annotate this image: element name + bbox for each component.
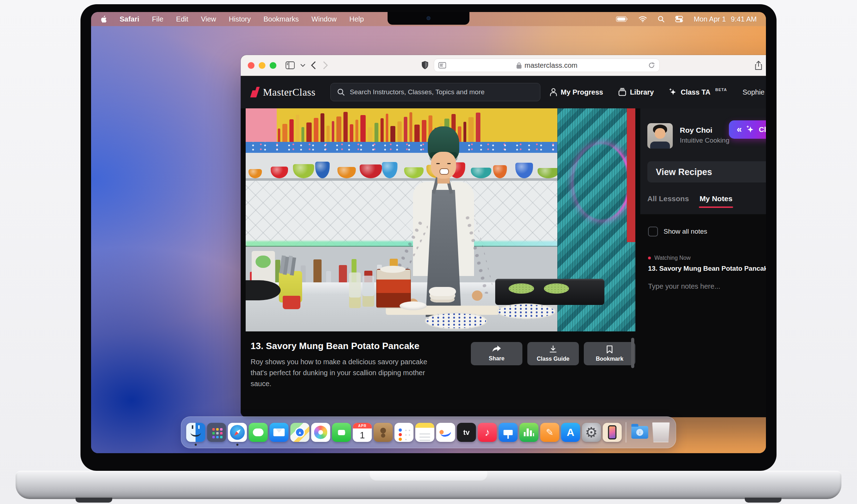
sidebar-icon[interactable] [286,61,295,69]
notes-input[interactable]: Type your notes here... [648,282,766,290]
current-lesson-title: 13. Savory Mung Bean Potato Pancake [648,265,766,272]
back-icon[interactable] [311,61,316,69]
person-icon [550,88,557,96]
class-ta-card: Roy Choi Intuitive Cooking « Class TA [640,108,766,214]
dock-separator [626,422,627,443]
settings-dock-icon[interactable]: ⚙ [582,423,601,442]
battery-icon [616,16,628,22]
calendar-dock-icon[interactable]: APR1 [353,423,372,442]
close-window-button[interactable] [248,62,254,69]
bookmark-icon [606,345,613,354]
sparkle-icon [745,125,755,134]
running-indicator [195,444,197,446]
bookmark-button[interactable]: Bookmark [584,342,635,365]
content-scrollbar[interactable] [631,338,634,368]
menu-item-safari[interactable]: Safari [120,15,139,23]
mail-dock-icon[interactable] [270,423,289,442]
appstore-dock-icon[interactable]: A [561,423,580,442]
zoom-window-button[interactable] [270,62,276,69]
nav-class-ta[interactable]: Class TABETA [669,88,727,96]
freeform-dock-icon[interactable] [436,423,455,442]
reload-icon[interactable] [648,62,655,69]
menu-item-file[interactable]: File [152,15,163,23]
instructor-avatar [647,123,673,149]
forward-icon[interactable] [323,61,328,69]
menu-item-view[interactable]: View [201,15,216,23]
collapse-icon: « [737,125,741,134]
address-bar[interactable]: masterclass.com [434,59,660,72]
account-menu[interactable]: Sophie [743,85,766,100]
numbers-dock-icon[interactable] [520,423,539,442]
share-button[interactable]: Share [471,342,522,365]
class-ta-button[interactable]: « Class TA [729,120,766,139]
watching-now-label: Watching Now [654,255,691,261]
trash-dock-icon[interactable] [651,422,671,442]
music-dock-icon[interactable]: ♪ [478,423,497,442]
keynote-dock-icon[interactable] [499,423,518,442]
beta-badge: BETA [715,88,727,92]
lesson-description: Roy shows you how to make a delicious sa… [251,356,434,389]
apple-menu-icon[interactable] [100,15,107,23]
wifi-icon[interactable] [639,16,647,22]
camera-notch [388,12,469,25]
safari-dock-icon[interactable] [228,423,247,442]
dock: ▲APR1tv♪✎A⚙↓ [181,416,676,448]
macbook-foot [76,498,112,503]
lock-icon [516,62,522,69]
class-guide-button[interactable]: Class Guide [527,342,579,365]
menu-item-window[interactable]: Window [312,15,337,23]
sidebar-chevron-icon[interactable] [300,64,305,67]
iphone-dock-icon[interactable] [603,423,622,442]
instructor-row[interactable]: Roy Choi Intuitive Cooking [647,123,729,149]
show-all-notes-checkbox[interactable] [648,227,658,236]
menu-item-history[interactable]: History [229,15,251,23]
messages-dock-icon[interactable] [249,423,268,442]
contacts-dock-icon[interactable] [374,423,393,442]
instructor-name: Roy Choi [680,126,729,134]
desktop-background: SafariFileEditViewHistoryBookmarksWindow… [0,0,857,504]
masterclass-header: MasterClass Search Instructors, Classes,… [241,76,766,108]
menu-item-bookmarks[interactable]: Bookmarks [264,15,299,23]
show-all-notes-label: Show all notes [664,228,707,235]
search-icon [337,88,345,96]
brand-wordmark: MasterClass [263,86,316,98]
active-tab-underline [699,206,733,208]
safari-toolbar: masterclass.com [241,55,766,76]
view-recipes-button[interactable]: View Recipes → [647,161,766,182]
reminders-dock-icon[interactable] [395,423,414,442]
masterclass-logo-icon [251,87,258,97]
pages-dock-icon[interactable]: ✎ [540,423,559,442]
finder-dock-icon[interactable] [186,423,205,442]
panel-tabs: All Lessons My Notes [647,194,732,203]
download-icon [549,345,557,354]
nav-my-progress[interactable]: My Progress [550,88,603,96]
lesson-video-player[interactable] [246,108,635,331]
downloads-dock-icon[interactable]: ↓ [630,423,649,442]
share-icon[interactable] [755,61,762,70]
tab-all-lessons[interactable]: All Lessons [647,194,689,203]
facetime-dock-icon[interactable] [332,423,351,442]
sparkle-icon [669,88,677,96]
photos-dock-icon[interactable] [311,423,330,442]
minimize-window-button[interactable] [259,62,265,69]
lid-lift-notch [369,471,488,481]
masterclass-logo[interactable]: MasterClass [251,86,316,98]
maps-dock-icon[interactable]: ▲ [290,423,310,442]
page-content: Roy Choi Intuitive Cooking « Class TA [241,108,766,417]
notes-dock-icon[interactable] [415,423,435,442]
nav-library[interactable]: Library [618,88,654,96]
search-input[interactable]: Search Instructors, Classes, Topics and … [330,83,540,101]
watching-now-dot [648,257,651,259]
macbook-foot [745,498,781,503]
search-placeholder: Search Instructors, Classes, Topics and … [350,88,485,96]
tab-my-notes[interactable]: My Notes [700,194,732,203]
tv-dock-icon[interactable]: tv [457,423,476,442]
launchpad-dock-icon[interactable] [207,423,226,442]
spotlight-search-icon[interactable] [658,16,665,23]
control-center-icon[interactable] [675,16,683,22]
privacy-shield-icon[interactable] [421,61,429,70]
menu-bar-clock: Mon Apr 19:41 AM [694,15,757,23]
menu-item-edit[interactable]: Edit [176,15,188,23]
menu-item-help[interactable]: Help [349,15,364,23]
reader-icon[interactable] [438,62,446,68]
